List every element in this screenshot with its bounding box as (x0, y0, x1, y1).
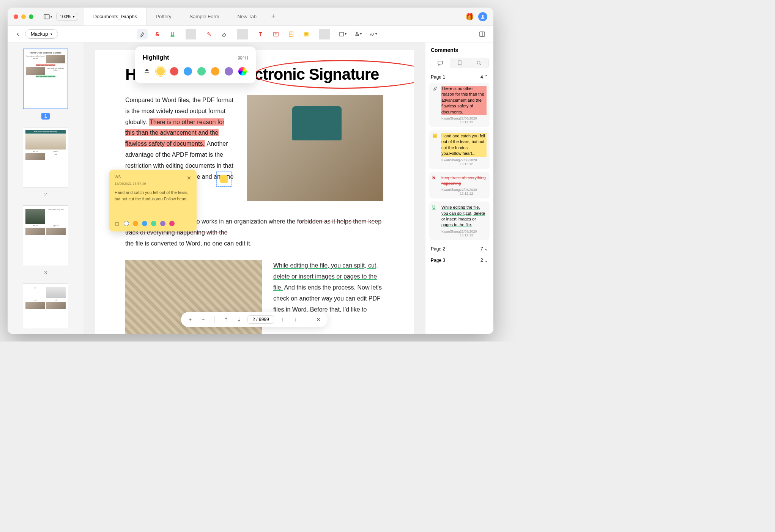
svg-point-2 (482, 15, 484, 16)
traffic-lights (8, 14, 39, 19)
svg-rect-11 (340, 32, 343, 36)
sidebar-toggle-icon[interactable]: ▾ (43, 11, 53, 22)
color-orange[interactable] (133, 221, 138, 226)
sticky-note-tool-icon[interactable] (301, 29, 312, 39)
section-count: 7 (480, 246, 483, 252)
chevron-up-icon: ⌃ (484, 74, 488, 80)
toolbar: ‹ Mackup▾ S̶ U ✎ T T ▾ ▾ ▾ (8, 26, 493, 42)
strikethrough-tool-icon[interactable]: S̶ (152, 29, 163, 39)
comment-item[interactable]: There is no other reason for this than t… (429, 83, 490, 127)
color-blue[interactable] (184, 67, 192, 76)
pen-tool-icon[interactable]: ✎ (204, 29, 214, 39)
sticky-note[interactable]: WS ✕ 18/06/2021 15:57:49 Hand and catch … (109, 170, 197, 231)
thumbnail-3[interactable]: col text here many linesleft colright co… (14, 205, 77, 276)
thumb-number: 2 (44, 192, 47, 197)
zoom-dropdown[interactable]: 100%▾ (56, 13, 78, 20)
color-purple[interactable] (160, 221, 165, 226)
section-page-1[interactable]: Page 1 4 ⌃ (425, 71, 493, 83)
tab-sample-form[interactable]: Sample Form (181, 8, 228, 25)
color-custom[interactable] (238, 67, 247, 76)
comments-title: Comments (425, 42, 493, 58)
color-green[interactable] (197, 67, 206, 76)
color-pink[interactable] (169, 221, 175, 226)
popup-title: Highlight (143, 54, 169, 61)
svg-rect-8 (304, 32, 309, 36)
zoom-out-icon[interactable]: − (198, 316, 208, 323)
svg-rect-13 (479, 32, 485, 36)
comment-author: KwanShang (441, 188, 460, 195)
thumbnail-panel: How to Create Electronic SignatureLorem … (8, 42, 83, 334)
thumbnail-4[interactable]: textcolcol (14, 283, 77, 329)
user-avatar[interactable] (478, 12, 487, 21)
gift-icon[interactable]: 🎁 (465, 13, 474, 21)
close-icon[interactable]: ✕ (187, 175, 191, 181)
comments-panel: Comments Page 1 4 ⌃ There is no other re… (425, 42, 493, 334)
prev-page-icon[interactable]: ↑ (278, 316, 287, 323)
thumbnail-2[interactable]: How to Plan your Time Effectivelytext co… (14, 127, 77, 198)
text-tool-icon[interactable]: T (255, 29, 266, 39)
maximize-window[interactable] (29, 14, 33, 19)
comment-time: 22/08/2020 16:12:12 (460, 116, 487, 124)
note-icon (220, 175, 228, 183)
next-page-icon[interactable]: ↓ (291, 316, 300, 323)
comments-tab-icon[interactable] (430, 58, 450, 68)
page-image-1 (247, 95, 383, 201)
close-nav-icon[interactable]: ✕ (314, 316, 323, 323)
last-page-icon[interactable]: ⇣ (235, 316, 244, 323)
document-canvas[interactable]: How to Create Electronic Signature Compa… (83, 42, 425, 334)
comment-author: KwanShang (441, 230, 460, 237)
comment-text: Hand and catch you fell out of the tears… (441, 133, 487, 157)
svg-text:T: T (275, 33, 277, 36)
close-window[interactable] (14, 14, 18, 19)
fill-icon[interactable] (143, 67, 151, 76)
add-tab-button[interactable]: + (266, 8, 281, 25)
note-insertion-box[interactable] (216, 172, 232, 187)
color-purple[interactable] (225, 67, 233, 76)
comment-item[interactable]: U While editing the file, you can split,… (429, 201, 490, 240)
stamp-tool-icon[interactable]: ▾ (353, 29, 363, 39)
zoom-in-icon[interactable]: + (186, 316, 195, 323)
shape-tool-icon[interactable]: ▾ (337, 29, 348, 39)
comment-time: 22/08/2020 16:12:12 (460, 188, 487, 195)
first-page-icon[interactable]: ⇡ (222, 316, 231, 323)
textbox-tool-icon[interactable]: T (271, 29, 281, 39)
note-body[interactable]: Hand and catch you fell out of the tears… (115, 189, 191, 202)
color-red[interactable] (170, 67, 178, 76)
highlight-tool-icon[interactable] (137, 29, 148, 39)
svg-point-12 (356, 32, 358, 34)
delete-note-icon[interactable] (115, 221, 120, 226)
color-blue[interactable] (142, 221, 147, 226)
panel-toggle-icon[interactable] (477, 29, 487, 39)
svg-line-20 (480, 64, 481, 65)
highlight-icon (432, 86, 439, 124)
color-orange[interactable] (211, 67, 219, 76)
tab-pottery[interactable]: Pottery (146, 8, 180, 25)
back-button[interactable]: ‹ (14, 30, 22, 38)
color-green[interactable] (151, 221, 156, 226)
titlebar: ▾ 100%▾ Documents_Graphs Pottery Sample … (8, 8, 493, 26)
signature-tool-icon[interactable]: ▾ (368, 29, 378, 39)
eraser-tool-icon[interactable] (219, 29, 230, 39)
tab-new[interactable]: New Tab (228, 8, 266, 25)
page-input[interactable] (247, 315, 274, 324)
highlight-popup: Highlight ⌘^H (135, 46, 256, 83)
section-page-3[interactable]: Page 3 2 ⌄ (425, 255, 493, 266)
minimize-window[interactable] (21, 14, 26, 19)
section-page-2[interactable]: Page 2 7 ⌄ (425, 243, 493, 255)
svg-rect-16 (115, 223, 118, 226)
mode-label: Mackup (31, 31, 48, 37)
search-tab-icon[interactable] (469, 58, 488, 68)
comment-text: There is no other reason for this than t… (441, 86, 487, 115)
form-tool-icon[interactable] (286, 29, 296, 39)
mode-dropdown[interactable]: Mackup▾ (25, 29, 58, 39)
comment-item[interactable]: Hand and catch you fell out of the tears… (429, 130, 490, 169)
comment-text: keep track of everything happening (441, 175, 487, 187)
bookmarks-tab-icon[interactable] (450, 58, 469, 68)
svg-rect-15 (145, 72, 149, 73)
comment-item[interactable]: S̶ keep track of everything happening Kw… (429, 172, 490, 199)
tab-documents-graphs[interactable]: Documents_Graphs (84, 8, 147, 25)
thumbnail-1[interactable]: How to Create Electronic SignatureLorem … (14, 49, 77, 120)
color-white[interactable] (124, 221, 129, 226)
underline-tool-icon[interactable]: U (167, 29, 178, 39)
color-yellow[interactable] (156, 67, 165, 76)
